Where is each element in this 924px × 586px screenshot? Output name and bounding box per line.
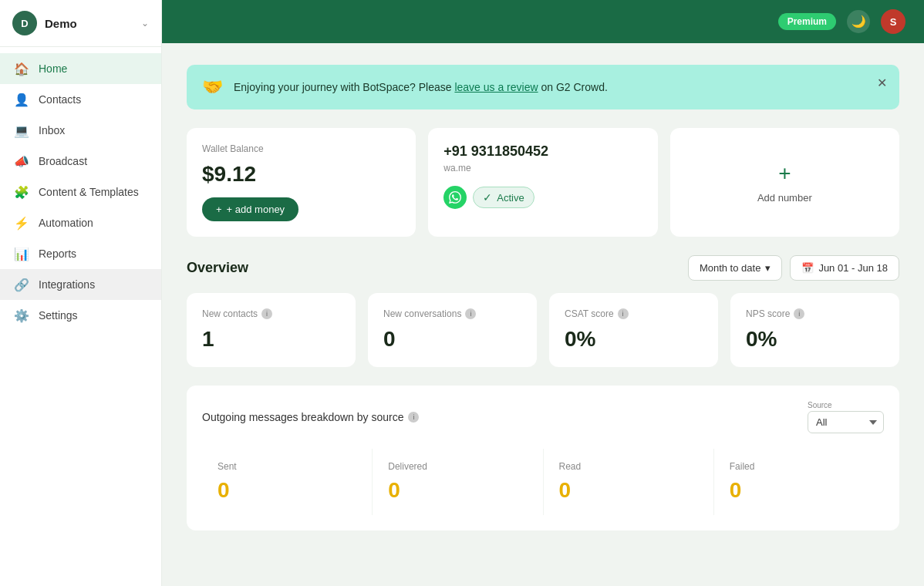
wallet-label: Wallet Balance bbox=[202, 143, 400, 154]
user-avatar[interactable]: S bbox=[881, 9, 905, 34]
calendar-icon: 📅 bbox=[801, 262, 814, 274]
metric-value: 1 bbox=[202, 327, 340, 352]
overview-title: Overview bbox=[187, 260, 248, 276]
sidebar: D Demo ⌄ 🏠 Home 👤 Contacts 💻 Inbox 📣 Bro… bbox=[0, 0, 162, 586]
failed-value: 0 bbox=[730, 478, 868, 503]
banner-review-link[interactable]: leave us a review bbox=[454, 81, 538, 93]
metrics-row: New contacts i 1 New conversations i 0 C… bbox=[187, 293, 899, 367]
promo-banner: 🤝 Enjoying your journey with BotSpace? P… bbox=[187, 65, 899, 109]
moon-icon: 🌙 bbox=[851, 15, 866, 29]
sidebar-item-inbox[interactable]: 💻 Inbox bbox=[0, 115, 161, 146]
sidebar-item-content-templates[interactable]: 🧩 Content & Templates bbox=[0, 177, 161, 207]
sidebar-item-label: Settings bbox=[39, 309, 78, 322]
info-icon[interactable]: i bbox=[261, 308, 272, 319]
topbar: Premium 🌙 S bbox=[162, 0, 924, 43]
sidebar-item-label: Contacts bbox=[39, 93, 81, 106]
sidebar-item-label: Integrations bbox=[39, 278, 95, 291]
add-money-button[interactable]: + + add money bbox=[202, 197, 298, 221]
info-icon[interactable]: i bbox=[794, 308, 804, 319]
sidebar-item-label: Home bbox=[39, 62, 67, 75]
info-icon[interactable]: i bbox=[618, 308, 629, 319]
contacts-icon: 👤 bbox=[14, 92, 29, 107]
workspace-name: Demo bbox=[45, 17, 133, 30]
check-icon: ✓ bbox=[483, 191, 492, 204]
read-label: Read bbox=[559, 461, 698, 472]
plus-icon: + bbox=[216, 204, 222, 215]
date-range-label: Jun 01 - Jun 18 bbox=[818, 262, 888, 274]
wa-me-label: wa.me bbox=[443, 163, 642, 173]
sidebar-item-contacts[interactable]: 👤 Contacts bbox=[0, 84, 161, 115]
sidebar-item-settings[interactable]: ⚙️ Settings bbox=[0, 300, 161, 331]
read-value: 0 bbox=[559, 478, 698, 503]
sidebar-header[interactable]: D Demo ⌄ bbox=[0, 0, 161, 47]
sent-value: 0 bbox=[218, 478, 356, 503]
breakdown-title: Outgoing messages breakdown by source i bbox=[202, 411, 419, 423]
wallet-amount: $9.12 bbox=[202, 162, 400, 187]
phone-number: +91 9311850452 bbox=[443, 143, 642, 160]
sidebar-item-reports[interactable]: 📊 Reports bbox=[0, 238, 161, 269]
wallet-card: Wallet Balance $9.12 + + add money bbox=[187, 128, 416, 237]
metric-label: CSAT score i bbox=[565, 308, 703, 319]
inbox-icon: 💻 bbox=[14, 123, 29, 138]
handshake-icon: 🤝 bbox=[202, 77, 223, 97]
sidebar-item-label: Content & Templates bbox=[39, 186, 139, 198]
sidebar-item-label: Reports bbox=[39, 248, 76, 260]
metric-label: NPS score i bbox=[746, 308, 884, 319]
add-number-card[interactable]: + Add number bbox=[670, 128, 899, 237]
reports-icon: 📊 bbox=[14, 246, 29, 261]
sidebar-item-broadcast[interactable]: 📣 Broadcast bbox=[0, 146, 161, 177]
cards-row: Wallet Balance $9.12 + + add money +91 9… bbox=[187, 128, 899, 237]
close-icon[interactable]: ✕ bbox=[877, 76, 887, 90]
sent-label: Sent bbox=[218, 461, 356, 472]
metric-card-new-conversations: New conversations i 0 bbox=[368, 293, 537, 367]
phone-status-row: ✓ Active bbox=[443, 186, 642, 209]
failed-label: Failed bbox=[730, 461, 868, 472]
filter-label: Month to date bbox=[700, 262, 761, 274]
breakdown-stat-read: Read 0 bbox=[544, 449, 714, 515]
metric-value: 0 bbox=[383, 327, 521, 352]
automation-icon: ⚡ bbox=[14, 215, 29, 231]
banner-text-before: Enjoying your journey with BotSpace? Ple… bbox=[234, 81, 454, 93]
main-content: Premium 🌙 S 🤝 Enjoying your journey with… bbox=[162, 0, 924, 586]
chevron-down-icon: ▾ bbox=[765, 262, 771, 274]
chevron-down-icon: ⌄ bbox=[141, 18, 149, 29]
plus-icon: + bbox=[778, 161, 791, 186]
broadcast-icon: 📣 bbox=[14, 153, 29, 169]
sidebar-item-integrations[interactable]: 🔗 Integrations bbox=[0, 269, 161, 300]
metric-value: 0% bbox=[746, 327, 884, 352]
metric-label: New contacts i bbox=[202, 308, 340, 319]
banner-text: Enjoying your journey with BotSpace? Ple… bbox=[234, 81, 884, 93]
dark-mode-toggle[interactable]: 🌙 bbox=[847, 10, 870, 33]
status-label: Active bbox=[497, 192, 524, 204]
settings-icon: ⚙️ bbox=[14, 308, 29, 323]
whatsapp-icon bbox=[443, 186, 467, 209]
sidebar-item-label: Inbox bbox=[39, 124, 65, 136]
content-templates-icon: 🧩 bbox=[14, 184, 29, 200]
source-select-wrapper: Source All Broadcast API Manual bbox=[808, 401, 884, 433]
month-filter-button[interactable]: Month to date ▾ bbox=[688, 255, 783, 281]
workspace-avatar: D bbox=[12, 11, 37, 35]
phone-card: +91 9311850452 wa.me ✓ Active bbox=[428, 128, 657, 237]
delivered-label: Delivered bbox=[388, 461, 527, 472]
breakdown-stat-failed: Failed 0 bbox=[714, 449, 884, 515]
source-label: Source bbox=[808, 401, 884, 409]
metric-card-nps-score: NPS score i 0% bbox=[730, 293, 899, 367]
page-content: 🤝 Enjoying your journey with BotSpace? P… bbox=[162, 43, 924, 586]
info-icon[interactable]: i bbox=[465, 308, 476, 319]
sidebar-nav: 🏠 Home 👤 Contacts 💻 Inbox 📣 Broadcast 🧩 … bbox=[0, 47, 161, 586]
source-select[interactable]: All Broadcast API Manual bbox=[808, 411, 884, 433]
breakdown-stat-delivered: Delivered 0 bbox=[373, 449, 543, 515]
banner-text-after: on G2 Crowd. bbox=[538, 81, 608, 93]
info-icon[interactable]: i bbox=[408, 412, 419, 423]
sidebar-item-automation[interactable]: ⚡ Automation bbox=[0, 207, 161, 238]
breakdown-header: Outgoing messages breakdown by source i … bbox=[202, 401, 884, 433]
overview-controls: Month to date ▾ 📅 Jun 01 - Jun 18 bbox=[688, 255, 899, 281]
home-icon: 🏠 bbox=[14, 61, 29, 76]
sidebar-item-home[interactable]: 🏠 Home bbox=[0, 53, 161, 84]
date-range-button[interactable]: 📅 Jun 01 - Jun 18 bbox=[790, 255, 899, 281]
sidebar-item-label: Automation bbox=[39, 217, 93, 229]
active-status-badge: ✓ Active bbox=[473, 187, 534, 208]
overview-header: Overview Month to date ▾ 📅 Jun 01 - Jun … bbox=[187, 255, 899, 281]
metric-card-new-contacts: New contacts i 1 bbox=[187, 293, 356, 367]
breakdown-card: Outgoing messages breakdown by source i … bbox=[187, 386, 899, 530]
